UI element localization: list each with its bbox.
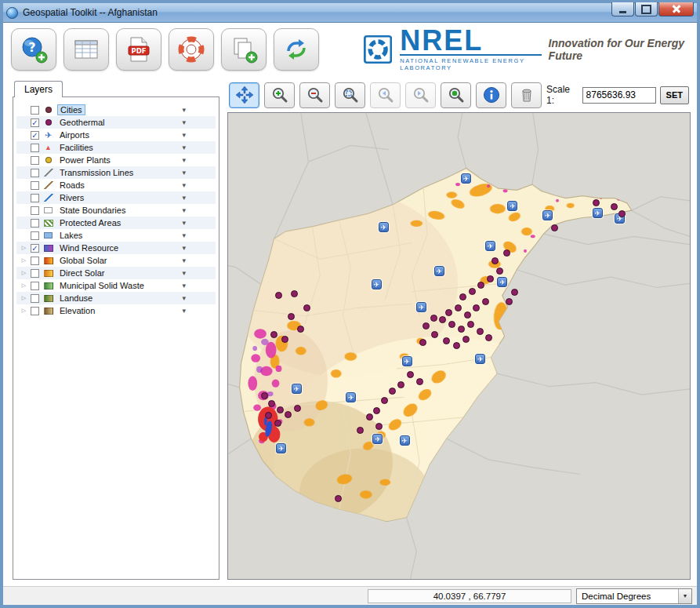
airport-marker[interactable]: ✈	[507, 201, 517, 211]
airport-marker[interactable]: ✈	[485, 241, 495, 251]
chevron-down-icon[interactable]: ▾	[182, 244, 186, 252]
layer-row-rivers[interactable]: Rivers▾	[16, 191, 216, 204]
data-table-button[interactable]	[63, 28, 109, 71]
geothermal-marker[interactable]	[373, 407, 380, 414]
layer-row-municipal-solid-waste[interactable]: ▷Municipal Solid Waste▾	[16, 279, 216, 292]
geothermal-marker[interactable]	[593, 199, 600, 206]
chevron-down-icon[interactable]: ▾	[182, 282, 186, 289]
airport-marker[interactable]: ✈	[292, 384, 302, 394]
zoom-window-button[interactable]	[335, 82, 365, 108]
geothermal-marker[interactable]	[462, 336, 470, 343]
chevron-down-icon[interactable]: ▾	[182, 294, 186, 302]
geothermal-marker[interactable]	[416, 378, 423, 385]
expand-triangle-icon[interactable]: ▷	[20, 308, 27, 314]
airport-marker[interactable]: ✈	[497, 277, 507, 287]
airport-marker[interactable]: ✈	[346, 392, 356, 402]
export-pdf-button[interactable]: PDF	[116, 28, 161, 71]
airport-marker[interactable]: ✈	[542, 210, 553, 220]
chevron-down-icon[interactable]: ▾	[182, 307, 186, 315]
geothermal-marker[interactable]	[469, 288, 476, 295]
copy-layers-button[interactable]	[221, 28, 267, 71]
layer-checkbox-airports[interactable]: ✓	[31, 131, 39, 140]
geothermal-marker[interactable]	[291, 290, 298, 297]
chevron-down-icon[interactable]: ▾	[182, 169, 186, 177]
airport-marker[interactable]: ✈	[276, 443, 286, 453]
expand-triangle-icon[interactable]: ▷	[20, 245, 27, 251]
airport-marker[interactable]: ✈	[475, 354, 485, 364]
layer-row-geothermal[interactable]: ✓Geothermal▾	[16, 116, 216, 129]
layer-row-cities[interactable]: Cities▾	[16, 104, 216, 116]
geothermal-marker[interactable]	[459, 293, 466, 300]
pan-button[interactable]	[229, 82, 259, 108]
layer-row-direct-solar[interactable]: ▷Direct Solar▾	[16, 267, 216, 279]
zoom-previous-button[interactable]	[370, 82, 401, 108]
layer-checkbox-elevation[interactable]	[31, 307, 39, 315]
geothermal-marker[interactable]	[419, 339, 426, 346]
zoom-in-button[interactable]	[264, 82, 295, 108]
layer-checkbox-rivers[interactable]	[31, 194, 39, 202]
layer-row-lakes[interactable]: Lakes▾	[16, 229, 216, 242]
chevron-down-icon[interactable]: ▾	[182, 206, 186, 214]
layer-row-protected-areas[interactable]: Protected Areas▾	[16, 217, 216, 229]
airport-marker[interactable]: ✈	[593, 208, 603, 218]
layer-checkbox-lakes[interactable]	[31, 231, 39, 240]
chevron-down-icon[interactable]: ▾	[182, 144, 186, 151]
expand-triangle-icon[interactable]: ▷	[20, 257, 27, 264]
geothermal-marker[interactable]	[265, 412, 272, 419]
geothermal-marker[interactable]	[281, 336, 288, 343]
layer-checkbox-power-plants[interactable]	[31, 156, 39, 165]
zoom-next-button[interactable]	[405, 82, 436, 108]
layer-checkbox-protected-areas[interactable]	[31, 219, 39, 228]
geothermal-marker[interactable]	[366, 413, 373, 421]
layer-row-facilities[interactable]: ▲Facilities▾	[16, 141, 216, 154]
geothermal-marker[interactable]	[496, 268, 503, 275]
layer-row-state-boundaries[interactable]: State Boundaries▾	[16, 204, 216, 217]
airport-marker[interactable]: ✈	[434, 266, 444, 276]
chevron-down-icon[interactable]: ▼	[678, 589, 691, 603]
geothermal-marker[interactable]	[477, 328, 484, 335]
airport-marker[interactable]: ✈	[372, 434, 383, 444]
support-button[interactable]	[169, 28, 214, 71]
chevron-down-icon[interactable]: ▾	[182, 131, 186, 139]
chevron-down-icon[interactable]: ▾	[182, 219, 186, 227]
chevron-down-icon[interactable]: ▾	[182, 106, 186, 114]
map-viewport[interactable]: ✈✈✈✈✈✈✈✈✈✈✈✈✈✈✈✈✈✈	[227, 112, 691, 580]
export-data-button[interactable]	[274, 28, 319, 71]
layer-row-landuse[interactable]: ▷Landuse▾	[16, 292, 216, 304]
expand-triangle-icon[interactable]: ▷	[20, 282, 27, 289]
zoom-full-extent-button[interactable]	[441, 82, 471, 108]
layer-row-wind-resource[interactable]: ▷✓Wind Resource▾	[16, 242, 216, 254]
units-dropdown[interactable]: Decimal Degrees ▼	[576, 588, 692, 604]
geothermal-marker[interactable]	[464, 311, 471, 319]
layer-checkbox-transmission-lines[interactable]	[31, 169, 39, 177]
expand-triangle-icon[interactable]: ▷	[20, 270, 27, 276]
layer-row-roads[interactable]: Roads▾	[16, 179, 216, 191]
airport-marker[interactable]: ✈	[379, 222, 389, 232]
geothermal-marker[interactable]	[506, 298, 513, 305]
geothermal-marker[interactable]	[274, 420, 281, 427]
geothermal-marker[interactable]	[288, 313, 295, 320]
chevron-down-icon[interactable]: ▾	[182, 257, 186, 264]
chevron-down-icon[interactable]: ▾	[182, 231, 186, 239]
maximize-button[interactable]	[635, 2, 658, 16]
geothermal-marker[interactable]	[430, 315, 437, 322]
layer-checkbox-roads[interactable]	[31, 181, 39, 190]
geothermal-marker[interactable]	[611, 203, 618, 210]
airport-marker[interactable]: ✈	[400, 435, 410, 446]
geothermal-marker[interactable]	[443, 337, 450, 344]
chevron-down-icon[interactable]: ▾	[182, 181, 186, 189]
layer-checkbox-direct-solar[interactable]	[31, 269, 39, 278]
geothermal-marker[interactable]	[294, 405, 301, 412]
chevron-down-icon[interactable]: ▾	[182, 118, 186, 126]
layer-checkbox-state-boundaries[interactable]	[31, 206, 39, 215]
layer-checkbox-municipal-solid-waste[interactable]	[31, 282, 39, 290]
zoom-out-button[interactable]	[299, 82, 330, 108]
chevron-down-icon[interactable]: ▾	[182, 194, 186, 202]
tab-layers[interactable]: Layers	[14, 81, 63, 97]
layer-checkbox-cities[interactable]	[31, 106, 39, 115]
layer-checkbox-facilities[interactable]	[31, 144, 39, 152]
layer-checkbox-geothermal[interactable]: ✓	[31, 118, 39, 127]
set-scale-button[interactable]: SET	[660, 86, 689, 104]
layer-row-transmission-lines[interactable]: Transmission Lines▾	[16, 166, 216, 179]
chevron-down-icon[interactable]: ▾	[182, 156, 186, 164]
